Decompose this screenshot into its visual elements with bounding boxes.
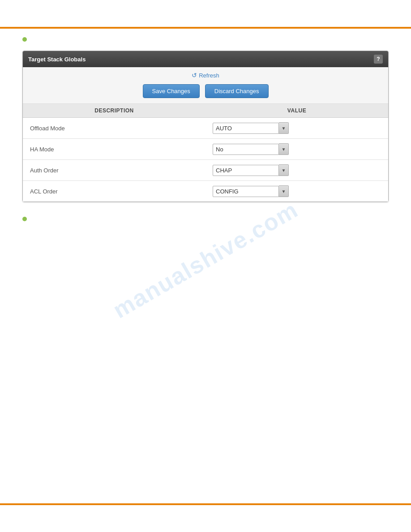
auth-order-arrow[interactable]: ▼ — [279, 164, 289, 176]
acl-order-value-cell: CONFIG ISCSI ▼ — [206, 181, 388, 202]
acl-order-label: ACL Order — [23, 181, 206, 202]
help-button[interactable]: ? — [374, 55, 383, 64]
auth-order-select[interactable]: CHAP None KRB5 SPKM1 SPKM2 SRP — [213, 165, 279, 176]
offload-mode-value-cell: AUTO NONE FULL ▼ — [206, 118, 388, 138]
column-header-value: VALUE — [206, 104, 388, 117]
refresh-link[interactable]: ↺ Refresh — [192, 72, 219, 79]
offload-mode-select-wrapper: AUTO NONE FULL ▼ — [213, 122, 289, 134]
refresh-icon: ↺ — [192, 72, 197, 79]
ha-mode-select-wrapper: No Yes ▼ — [213, 143, 289, 155]
auth-order-value-cell: CHAP None KRB5 SPKM1 SPKM2 SRP ▼ — [206, 160, 388, 180]
offload-mode-select[interactable]: AUTO NONE FULL — [213, 123, 279, 134]
column-header-description: DESCRIPTION — [23, 104, 206, 117]
bullet-dot-2 — [22, 217, 27, 221]
bullet-dot-1 — [22, 37, 27, 42]
table-row: Auth Order CHAP None KRB5 SPKM1 SPKM2 SR… — [23, 160, 388, 181]
table-row: HA Mode No Yes ▼ — [23, 139, 388, 160]
top-border — [0, 27, 411, 29]
ha-mode-arrow[interactable]: ▼ — [279, 143, 289, 155]
bottom-border — [0, 503, 411, 505]
buttons-row: Save Changes Discard Changes — [23, 82, 388, 103]
auth-order-select-wrapper: CHAP None KRB5 SPKM1 SPKM2 SRP ▼ — [213, 164, 289, 176]
auth-order-label: Auth Order — [23, 160, 206, 180]
acl-order-select[interactable]: CONFIG ISCSI — [213, 186, 279, 197]
panel-body: ↺ Refresh Save Changes Discard Changes D… — [23, 67, 388, 202]
ha-mode-value-cell: No Yes ▼ — [206, 139, 388, 159]
table-header-row: DESCRIPTION VALUE — [23, 104, 388, 118]
bullet-item-1 — [22, 36, 389, 42]
settings-table: DESCRIPTION VALUE Offload Mode AUTO NONE… — [23, 103, 388, 202]
acl-order-select-wrapper: CONFIG ISCSI ▼ — [213, 185, 289, 197]
save-changes-button[interactable]: Save Changes — [143, 84, 200, 98]
panel-title: Target Stack Globals — [28, 56, 86, 63]
table-row: Offload Mode AUTO NONE FULL ▼ — [23, 118, 388, 139]
offload-mode-arrow[interactable]: ▼ — [279, 122, 289, 134]
bullet-item-2 — [22, 215, 389, 221]
target-stack-globals-panel: Target Stack Globals ? ↺ Refresh Save Ch… — [22, 51, 389, 202]
panel-header: Target Stack Globals ? — [23, 51, 388, 67]
table-row: ACL Order CONFIG ISCSI ▼ — [23, 181, 388, 202]
ha-mode-select[interactable]: No Yes — [213, 144, 279, 155]
offload-mode-label: Offload Mode — [23, 118, 206, 138]
refresh-label: Refresh — [199, 72, 219, 79]
discard-changes-button[interactable]: Discard Changes — [205, 84, 269, 98]
acl-order-arrow[interactable]: ▼ — [279, 185, 289, 197]
toolbar-row: ↺ Refresh — [23, 67, 388, 82]
ha-mode-label: HA Mode — [23, 139, 206, 159]
